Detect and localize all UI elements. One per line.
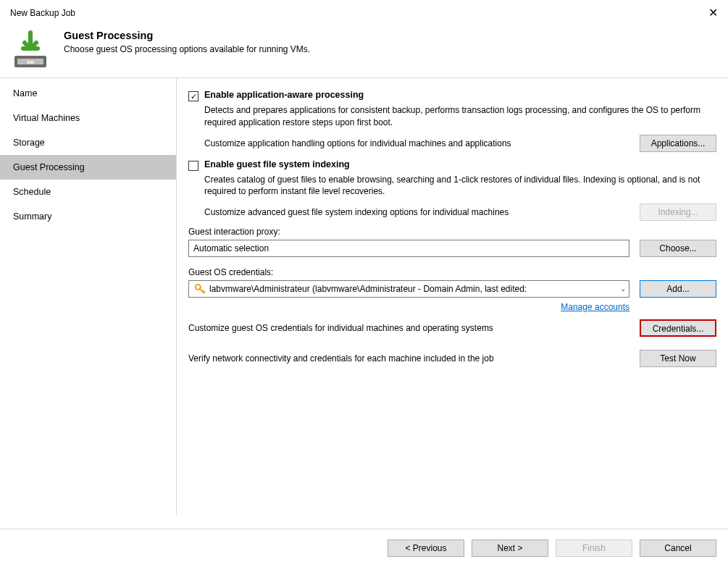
close-icon[interactable]: ✕ — [708, 6, 718, 20]
sidebar-item-guest-processing[interactable]: Guest Processing — [0, 155, 176, 180]
page-title: Guest Processing — [64, 30, 310, 41]
text-customize-indexing: Customize advanced guest file system ind… — [204, 207, 516, 217]
manage-accounts-link[interactable]: Manage accounts — [561, 302, 629, 312]
sidebar-item-schedule[interactable]: Schedule — [0, 180, 176, 204]
desc-application-aware: Detects and prepares applications for co… — [204, 104, 716, 129]
label-application-aware: Enable application-aware processing — [204, 90, 364, 100]
guest-proxy-value: Automatic selection — [193, 240, 269, 256]
chevron-down-icon: ⌄ — [620, 281, 626, 297]
desc-file-indexing: Creates catalog of guest files to enable… — [204, 174, 716, 198]
label-file-indexing: Enable guest file system indexing — [204, 159, 350, 169]
page-subtitle: Choose guest OS processing options avail… — [64, 44, 310, 54]
wizard-footer: < Previous Next > Finish Cancel — [0, 529, 728, 567]
svg-text:vm: vm — [27, 59, 34, 64]
sidebar-item-name[interactable]: Name — [0, 81, 176, 106]
add-credentials-button[interactable]: Add... — [640, 280, 716, 298]
text-per-machine-credentials: Customize guest OS credentials for indiv… — [188, 323, 501, 333]
sidebar-item-summary[interactable]: Summary — [0, 204, 176, 229]
applications-button[interactable]: Applications... — [640, 135, 716, 152]
label-guest-proxy: Guest interaction proxy: — [188, 227, 716, 237]
checkbox-application-aware[interactable]: ✓ — [188, 91, 198, 101]
cancel-button[interactable]: Cancel — [640, 539, 716, 557]
label-guest-credentials: Guest OS credentials: — [188, 267, 716, 277]
window-title: New Backup Job — [10, 8, 75, 18]
checkbox-file-indexing[interactable] — [188, 161, 198, 171]
indexing-button: Indexing... — [640, 203, 716, 221]
credentials-button[interactable]: Credentials... — [640, 319, 716, 337]
guest-proxy-field: Automatic selection — [188, 240, 629, 257]
text-customize-applications: Customize application handling options f… — [204, 138, 519, 148]
sidebar-item-storage[interactable]: Storage — [0, 130, 176, 155]
choose-proxy-button[interactable]: Choose... — [640, 240, 716, 257]
sidebar-item-virtual-machines[interactable]: Virtual Machines — [0, 106, 176, 130]
test-now-button[interactable]: Test Now — [640, 350, 716, 367]
guest-credentials-value: labvmware\Administrateur (labvmware\Admi… — [209, 281, 527, 297]
key-icon — [193, 282, 206, 295]
guest-credentials-dropdown[interactable]: labvmware\Administrateur (labvmware\Admi… — [188, 280, 629, 298]
wizard-steps-sidebar: Name Virtual Machines Storage Guest Proc… — [0, 78, 177, 515]
previous-button[interactable]: < Previous — [388, 539, 464, 557]
finish-button: Finish — [556, 539, 632, 557]
text-verify-connectivity: Verify network connectivity and credenti… — [188, 353, 501, 364]
wizard-step-icon: vm — [10, 30, 51, 70]
next-button[interactable]: Next > — [472, 539, 548, 557]
